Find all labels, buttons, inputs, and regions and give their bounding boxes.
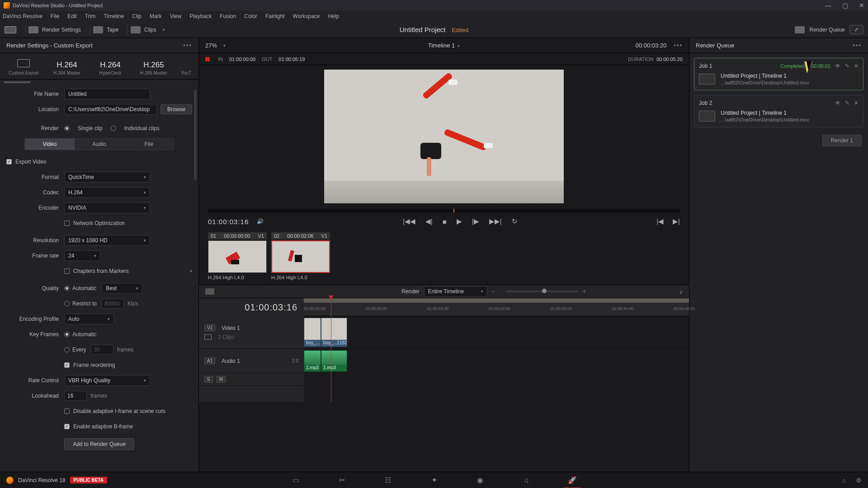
preset-h264-master[interactable]: H.264H.264 Master	[46, 61, 88, 75]
viewer-timeline-name[interactable]: Timeline 1	[428, 42, 455, 49]
close-button[interactable]: ✕	[859, 2, 864, 9]
page-fusion[interactable]: ✦	[429, 476, 439, 484]
jump-back-button[interactable]: |◀	[656, 217, 664, 225]
panel-menu-icon[interactable]: •••	[183, 42, 192, 49]
maximize-button[interactable]: ▢	[842, 2, 848, 9]
add-to-queue-button[interactable]: Add to Render Queue	[64, 438, 134, 450]
codec-select[interactable]: H.264	[64, 187, 150, 198]
minimize-button[interactable]: —	[825, 2, 831, 9]
menu-fusion[interactable]: Fusion	[220, 13, 236, 19]
export-video-check[interactable]	[6, 159, 12, 164]
menu-trim[interactable]: Trim	[85, 13, 96, 19]
loop-button[interactable]: ↻	[512, 217, 518, 225]
zoom-in-icon[interactable]: +	[583, 288, 586, 295]
tape-icon[interactable]	[93, 26, 103, 33]
video-clip-2[interactable]: boy_...21827 ...	[321, 318, 347, 347]
menu-file[interactable]: File	[51, 13, 59, 19]
next-frame-button[interactable]: |▶	[472, 217, 479, 225]
viewer-scrubber[interactable]	[208, 209, 680, 212]
home-icon[interactable]: ⌂	[842, 477, 846, 484]
preset-youtube[interactable]: YouT	[176, 70, 196, 75]
first-frame-button[interactable]: |◀◀	[403, 217, 415, 225]
page-color[interactable]: ◉	[475, 476, 485, 484]
lookahead-input[interactable]: 16	[64, 391, 87, 401]
tape-label[interactable]: Tape	[107, 27, 118, 33]
chapters-check[interactable]	[64, 268, 70, 274]
page-deliver[interactable]: 🚀	[567, 476, 577, 484]
music-icon[interactable]: ♪	[679, 288, 683, 295]
menu-davinci[interactable]: DaVinci Resolve	[3, 13, 42, 19]
audio-clip-1[interactable]: 1.mp3	[304, 350, 321, 372]
filename-input[interactable]: Untitled	[64, 89, 150, 99]
render-settings-label[interactable]: Render Settings	[42, 27, 81, 33]
in-value[interactable]: 01:00:00:00	[229, 56, 255, 62]
preset-custom[interactable]: Custom Export	[3, 57, 44, 75]
zoom-value[interactable]: 27%	[205, 42, 217, 49]
source-clip-1[interactable]: 0100:00:00:00V1 H.264 High L4.0	[208, 232, 267, 280]
job-2[interactable]: Job 2 👁✎✕ Untitled Project | Timeline 1 …	[694, 95, 863, 127]
menu-view[interactable]: View	[170, 13, 182, 19]
menu-edit[interactable]: Edit	[67, 13, 77, 19]
single-clip-radio[interactable]	[64, 126, 70, 131]
job2-reveal-icon[interactable]: 👁	[835, 100, 840, 106]
settings-icon[interactable]: ⚙	[856, 477, 862, 484]
speaker-icon[interactable]: 🔊	[257, 218, 264, 225]
timeline-view-icon[interactable]	[205, 288, 214, 295]
page-fairlight[interactable]: ♫	[521, 476, 531, 484]
viewer-canvas[interactable]	[324, 70, 564, 203]
job2-delete-icon[interactable]: ✕	[854, 100, 859, 106]
job-1[interactable]: Job 1 Completed in 00:00:01 👁✎✕ Untitled…	[694, 58, 863, 90]
location-input[interactable]: C:\Users\wtf82\OneDrive\Desktop	[64, 104, 157, 115]
job1-reveal-icon[interactable]: 👁	[835, 63, 840, 69]
netopt-check[interactable]	[64, 221, 70, 226]
render-settings-icon[interactable]	[28, 26, 38, 33]
restrict-radio[interactable]	[64, 301, 70, 306]
menu-playback[interactable]: Playback	[189, 13, 212, 19]
disable-iframe-check[interactable]	[64, 408, 70, 414]
render-button[interactable]: Render 1	[822, 135, 862, 146]
jump-fwd-button[interactable]: ▶|	[673, 217, 680, 225]
out-value[interactable]: 01:00:05:19	[278, 56, 305, 62]
page-media[interactable]: ▭	[291, 476, 301, 484]
solo-button[interactable]: S	[204, 376, 213, 383]
prev-frame-button[interactable]: ◀|	[425, 217, 433, 225]
clips-label[interactable]: Clips	[144, 27, 156, 33]
mute-button[interactable]: M	[217, 376, 226, 383]
audio-clip-2[interactable]: 1.mp3	[321, 350, 347, 372]
tab-file[interactable]: File	[124, 139, 174, 150]
format-select[interactable]: QuickTime	[64, 172, 150, 183]
render-queue-icon[interactable]	[795, 26, 805, 33]
playhead[interactable]	[331, 296, 331, 402]
zoom-out-icon[interactable]: −	[492, 288, 495, 295]
encoder-select[interactable]: NVIDIA	[64, 202, 150, 213]
video-clip-1[interactable]: boy_...	[304, 318, 321, 347]
play-button[interactable]: ▶	[457, 217, 462, 225]
source-clip-2[interactable]: 0200:00:02:06V1 H.264 High L4.0	[271, 232, 330, 280]
browse-button[interactable]: Browse	[160, 104, 192, 114]
queue-menu-icon[interactable]: •••	[853, 42, 862, 49]
expand-button[interactable]: ⤢	[849, 25, 863, 34]
viewer-menu-icon[interactable]: •••	[674, 42, 683, 49]
timeline-tc[interactable]: 01:00:03:16	[245, 302, 297, 313]
page-edit[interactable]: ☷	[383, 476, 393, 484]
menu-timeline[interactable]: Timeline	[104, 13, 124, 19]
menu-help[interactable]: Help	[328, 13, 339, 19]
menu-workspace[interactable]: Workspace	[293, 13, 320, 19]
monitor-icon[interactable]	[5, 26, 16, 33]
menu-color[interactable]: Color	[244, 13, 257, 19]
kf-auto-radio[interactable]	[64, 332, 70, 337]
menu-mark[interactable]: Mark	[150, 13, 162, 19]
kf-every-radio[interactable]	[64, 347, 70, 352]
stop-button[interactable]: ■	[443, 218, 447, 225]
job1-delete-icon[interactable]: ✕	[854, 63, 859, 69]
job2-edit-icon[interactable]: ✎	[845, 100, 849, 106]
menu-fairlight[interactable]: Fairlight	[265, 13, 285, 19]
kf-every-input[interactable]: 30	[91, 345, 113, 355]
frame-reorder-check[interactable]	[64, 362, 70, 368]
enable-bframe-check[interactable]	[64, 424, 70, 429]
encprofile-select[interactable]: Auto	[64, 314, 114, 324]
clips-icon[interactable]	[131, 26, 141, 33]
individual-clips-radio[interactable]	[111, 126, 116, 131]
preset-h265[interactable]: H.265H.265 Master	[133, 61, 175, 75]
tab-video[interactable]: Video	[25, 139, 75, 150]
